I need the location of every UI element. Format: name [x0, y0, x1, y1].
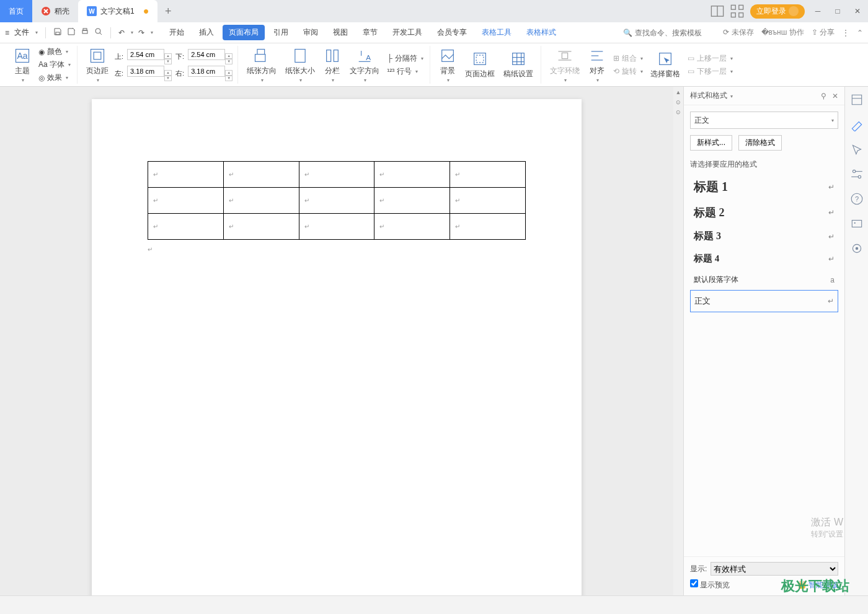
new-tab-button[interactable]: + [157, 5, 179, 18]
more-icon[interactable]: ⋮ [842, 29, 849, 37]
align-button[interactable]: 对齐▾ [586, 46, 608, 84]
collab-button[interactable]: �външ 协作 [761, 27, 804, 38]
style-item-h3[interactable]: 标题 3↵ [690, 225, 838, 248]
style-item-normal-font[interactable]: 默认段落字体a [690, 270, 838, 290]
background-icon [439, 47, 456, 64]
rail-image-icon[interactable] [850, 217, 864, 230]
current-style-select[interactable]: 正文▾ [690, 112, 838, 129]
app-grid-icon[interactable] [730, 4, 744, 18]
nav-up-icon[interactable]: ▲ [676, 89, 681, 95]
menu-chapter[interactable]: 章节 [356, 25, 384, 40]
rail-settings-icon[interactable] [850, 167, 864, 181]
bring-forward-button[interactable]: ▭ 上移一层▾ [686, 53, 734, 64]
line-number-button[interactable]: ¹²³ 行号▾ [386, 66, 425, 77]
share-button[interactable]: ⇪ 分享 [812, 27, 835, 38]
document-viewport[interactable]: ↵↵↵↵↵ ↵↵↵↵↵ ↵↵↵↵↵ ↵ [0, 87, 673, 595]
style-item-h4[interactable]: 标题 4↵ [690, 248, 838, 270]
tab-docker[interactable]: 稻壳 [32, 0, 78, 22]
minimize-button[interactable]: ─ [811, 4, 825, 18]
page-border-icon [471, 50, 489, 68]
menu-reference[interactable]: 引用 [267, 25, 294, 40]
margin-top-input[interactable] [127, 49, 164, 60]
nav-dot-icon[interactable]: ⊙ [676, 99, 681, 105]
rail-template-icon[interactable] [850, 93, 864, 107]
redo-icon[interactable]: ↷ [138, 29, 144, 37]
document-table[interactable]: ↵↵↵↵↵ ↵↵↵↵↵ ↵↵↵↵↵ [148, 161, 526, 240]
svg-text:?: ? [854, 195, 858, 203]
columns-button[interactable]: 分栏▾ [321, 46, 343, 84]
select-pane-button[interactable]: 选择窗格 [648, 49, 683, 81]
ribbon: Aa主题▾ ◉ 颜色▾ Aa 字体▾ ◎ 效果▾ 页边距▾ 上: ▲▼ 下: ▲… [0, 43, 868, 87]
menu-dev[interactable]: 开发工具 [386, 25, 428, 40]
new-style-button[interactable]: 新样式... [690, 135, 732, 151]
search-input[interactable] [635, 29, 715, 37]
breaks-button[interactable]: ├ 分隔符▾ [386, 53, 425, 64]
menu-table-tool[interactable]: 表格工具 [476, 25, 518, 40]
wrap-button[interactable]: 文字环绕▾ [547, 46, 582, 84]
choose-label: 请选择要应用的格式 [690, 159, 838, 170]
login-button[interactable]: 立即登录 [750, 4, 805, 19]
print-icon[interactable] [81, 27, 89, 38]
style-item-h1[interactable]: 标题 1↵ [690, 173, 838, 200]
collapse-ribbon-icon[interactable]: ⌃ [857, 29, 863, 37]
maximize-button[interactable]: □ [831, 4, 844, 18]
panel-title: 样式和格式 ▾ [690, 90, 733, 101]
svg-rect-22 [334, 50, 338, 61]
theme-effect[interactable]: ◎ 效果▾ [37, 72, 72, 84]
menu-view[interactable]: 视图 [327, 25, 354, 40]
smart-layout-link[interactable]: 👑 智能排版 [797, 580, 838, 590]
spin-down[interactable]: ▼ [164, 59, 172, 64]
style-item-h2[interactable]: 标题 2↵ [690, 200, 838, 225]
theme-button[interactable]: Aa主题▾ [11, 46, 33, 84]
text-direction-button[interactable]: IA文字方向▾ [347, 46, 382, 84]
menu-start[interactable]: 开始 [163, 25, 190, 40]
show-select[interactable]: 有效样式 [711, 562, 838, 576]
background-button[interactable]: 背景▾ [436, 46, 459, 84]
close-panel-icon[interactable]: ✕ [832, 92, 838, 100]
menu-insert[interactable]: 插入 [193, 25, 220, 40]
file-menu[interactable]: 文件 [14, 27, 29, 38]
tab-home[interactable]: 首页 [0, 0, 32, 22]
style-item-bodytext[interactable]: 正文↵ [690, 290, 838, 312]
undo-icon[interactable]: ↶ [118, 29, 125, 37]
menu-table-style[interactable]: 表格样式 [520, 25, 562, 40]
rail-select-icon[interactable] [850, 143, 864, 156]
manuscript-button[interactable]: 稿纸设置 [501, 49, 536, 81]
rail-help-icon[interactable]: ? [850, 192, 864, 206]
cloud-unsaved[interactable]: ⟳ 未保存 [723, 27, 753, 38]
theme-font[interactable]: Aa 字体▾ [37, 59, 72, 71]
margin-button[interactable]: 页边距▾ [84, 46, 111, 84]
preview-checkbox[interactable]: 显示预览 [690, 579, 730, 590]
theme-color[interactable]: ◉ 颜色▾ [37, 46, 72, 58]
clear-format-button[interactable]: 清除格式 [738, 135, 782, 151]
paper-size-button[interactable]: 纸张大小▾ [283, 46, 317, 84]
save-icon[interactable] [53, 27, 62, 38]
group-button[interactable]: ⊞ 组合▾ [612, 53, 644, 64]
rail-tool-icon[interactable] [850, 242, 864, 255]
reading-mode-icon[interactable] [711, 4, 724, 18]
rotate-button[interactable]: ⟲ 旋转▾ [612, 66, 644, 77]
spin-up[interactable]: ▲ [164, 53, 172, 59]
print-preview-icon[interactable] [94, 27, 103, 38]
nav-dot2-icon[interactable]: ⊙ [676, 109, 681, 115]
svg-rect-9 [56, 32, 60, 35]
table-cell[interactable]: ↵ [148, 162, 224, 188]
command-search[interactable]: 🔍 [623, 29, 715, 37]
menu-icon[interactable]: ≡ [5, 29, 9, 37]
rail-styles-icon[interactable] [850, 118, 864, 131]
save-as-icon[interactable] [67, 27, 76, 38]
close-button[interactable]: ✕ [851, 4, 864, 18]
menu-member[interactable]: 会员专享 [431, 25, 473, 40]
send-backward-button[interactable]: ▭ 下移一层▾ [686, 66, 734, 77]
margin-right-input[interactable] [188, 66, 225, 77]
document-page[interactable]: ↵↵↵↵↵ ↵↵↵↵↵ ↵↵↵↵↵ ↵ [92, 99, 582, 595]
page-border-button[interactable]: 页面边框 [463, 49, 497, 81]
margin-bottom-input[interactable] [188, 49, 225, 60]
orientation-button[interactable]: 纸张方向▾ [244, 46, 279, 84]
menu-review[interactable]: 审阅 [297, 25, 324, 40]
word-doc-icon: W [87, 6, 97, 16]
margin-left-input[interactable] [127, 66, 164, 77]
pin-icon[interactable]: ⚲ [821, 92, 826, 100]
menu-page-layout[interactable]: 页面布局 [223, 25, 265, 40]
tab-document[interactable]: W 文字文稿1 ● [78, 0, 157, 22]
